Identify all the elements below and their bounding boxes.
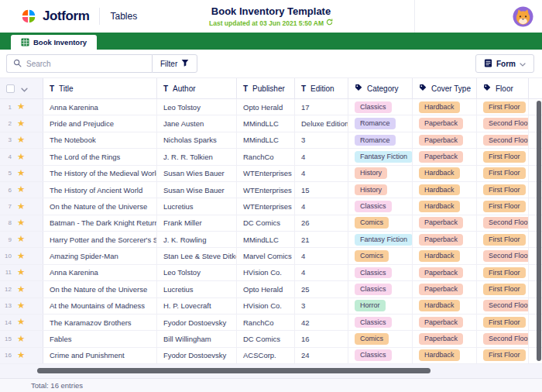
cell-floor[interactable]: First Floor xyxy=(477,348,529,363)
cell-edition[interactable]: 4 xyxy=(295,198,348,214)
star-icon[interactable]: ★ xyxy=(17,335,25,344)
search-input[interactable] xyxy=(26,60,146,68)
cell-publisher[interactable]: Opto Herald xyxy=(237,281,295,297)
star-icon[interactable]: ★ xyxy=(17,202,25,211)
cell-floor[interactable]: Second Floor xyxy=(477,215,529,231)
cell-category[interactable]: Classics xyxy=(348,281,413,297)
cell-author[interactable]: Lucretius xyxy=(157,281,237,297)
cell-category[interactable]: Fantasy Fiction xyxy=(348,232,413,247)
cell-cover-type[interactable]: Hardback xyxy=(413,182,477,198)
cell-floor[interactable]: Second Floor xyxy=(477,115,529,131)
column-header-publisher[interactable]: TPublisher xyxy=(237,78,295,98)
jotform-logo-icon[interactable] xyxy=(20,8,37,25)
cell-title[interactable]: Harry Potter and the Sorcerer's Stone xyxy=(43,232,157,247)
cell-edition[interactable]: 4 xyxy=(295,166,348,181)
cell-title[interactable]: The Karamazov Brothers xyxy=(43,315,157,330)
refresh-icon[interactable] xyxy=(326,19,333,27)
column-header-category[interactable]: Category xyxy=(348,78,413,98)
cell-cover-type[interactable]: Paperback xyxy=(413,115,477,131)
cell-edition[interactable]: 24 xyxy=(295,348,348,363)
cell-cover-type[interactable]: Hardback xyxy=(413,348,477,363)
star-icon[interactable]: ★ xyxy=(17,351,25,360)
cell-floor[interactable]: First Floor xyxy=(477,265,529,280)
vertical-scrollbar[interactable] xyxy=(537,101,541,361)
cell-cover-type[interactable]: Hardback xyxy=(413,248,477,263)
star-icon[interactable]: ★ xyxy=(17,136,25,145)
cell-title[interactable]: Anna Karenina xyxy=(43,265,157,280)
cell-author[interactable]: Susan Wies Bauer xyxy=(157,166,237,181)
cell-floor[interactable]: First Floor xyxy=(477,232,529,247)
cell-author[interactable]: Leo Tolstoy xyxy=(157,99,237,115)
star-icon[interactable]: ★ xyxy=(17,218,25,228)
cell-publisher[interactable]: WTEnterprises xyxy=(237,198,295,214)
tab-book-inventory[interactable]: Book Inventory xyxy=(11,35,97,50)
star-icon[interactable]: ★ xyxy=(17,235,25,244)
cell-floor[interactable]: First Floor xyxy=(477,99,529,115)
cell-edition[interactable]: 26 xyxy=(295,215,348,231)
cell-category[interactable]: Classics xyxy=(348,348,413,363)
filter-button[interactable]: Filter xyxy=(152,54,197,73)
cell-edition[interactable]: Deluxe Edition xyxy=(295,115,348,131)
cell-title[interactable]: On the Nature of the Universe xyxy=(43,198,157,214)
star-icon[interactable]: ★ xyxy=(17,318,25,327)
cell-category[interactable]: History xyxy=(348,166,413,181)
star-icon[interactable]: ★ xyxy=(17,285,25,294)
cell-author[interactable]: Nicholas Sparks xyxy=(157,132,237,148)
cell-category[interactable]: Comics xyxy=(348,248,413,263)
cell-edition[interactable]: 25 xyxy=(295,281,348,297)
cell-title[interactable]: The Lord of the Rings xyxy=(43,149,157,164)
star-icon[interactable]: ★ xyxy=(17,102,25,112)
cell-edition[interactable]: 16 xyxy=(295,331,348,346)
form-button[interactable]: Form xyxy=(475,54,534,73)
cell-author[interactable]: Jane Austen xyxy=(157,115,237,131)
column-header-title[interactable]: TTitle xyxy=(43,78,157,98)
cell-floor[interactable]: First Floor xyxy=(477,315,529,330)
cell-category[interactable]: Classics xyxy=(348,265,413,280)
cell-title[interactable]: Batman - The Dark Knight Returns xyxy=(43,215,157,231)
cell-edition[interactable]: 3 xyxy=(295,132,348,148)
chevron-down-icon[interactable] xyxy=(21,81,28,95)
column-header-cover-type[interactable]: Cover Type xyxy=(413,78,477,98)
cell-floor[interactable]: Second Floor xyxy=(477,331,529,346)
select-all-checkbox[interactable] xyxy=(6,84,15,93)
brand-wordmark[interactable]: Jotform xyxy=(43,9,89,24)
cell-author[interactable]: H. P. Lovecraft xyxy=(157,298,237,314)
cell-title[interactable]: The History of Ancient World xyxy=(43,182,157,198)
cell-publisher[interactable]: HVision Co. xyxy=(237,298,295,314)
cell-category[interactable]: Fantasy Fiction xyxy=(348,149,413,164)
cell-category[interactable]: Classics xyxy=(348,99,413,115)
cell-edition[interactable]: 17 xyxy=(295,99,348,115)
cell-edition[interactable]: 4 xyxy=(295,248,348,263)
cell-floor[interactable]: Second Floor xyxy=(477,298,529,314)
cell-publisher[interactable]: RanchCo xyxy=(237,315,295,330)
cell-author[interactable]: J. R. R. Tolkien xyxy=(157,149,237,164)
cell-publisher[interactable]: Marvel Comics xyxy=(237,248,295,263)
cell-title[interactable]: Anna Karenina xyxy=(43,99,157,115)
cell-publisher[interactable]: DC Comics xyxy=(237,215,295,231)
cell-cover-type[interactable]: Hardback xyxy=(413,99,477,115)
cell-cover-type[interactable]: Hardback xyxy=(413,198,477,214)
cell-author[interactable]: Fyodor Dostoevsky xyxy=(157,348,237,363)
cell-title[interactable]: The History of the Medieval World xyxy=(43,166,157,181)
cell-floor[interactable]: First Floor xyxy=(477,281,529,297)
cell-edition[interactable]: 42 xyxy=(295,315,348,330)
cell-author[interactable]: J. K. Rowling xyxy=(157,232,237,247)
cell-author[interactable]: Leo Tolstoy xyxy=(157,265,237,280)
cell-publisher[interactable]: RanchCo xyxy=(237,149,295,164)
cell-cover-type[interactable]: Hardback xyxy=(413,298,477,314)
cell-category[interactable]: Romance xyxy=(348,115,413,131)
cell-cover-type[interactable]: Paperback xyxy=(413,215,477,231)
nav-tables-label[interactable]: Tables xyxy=(110,11,137,22)
star-icon[interactable]: ★ xyxy=(17,185,25,194)
cell-category[interactable]: Horror xyxy=(348,298,413,314)
cell-publisher[interactable]: Opto Herald xyxy=(237,99,295,115)
cell-floor[interactable]: First Floor xyxy=(477,182,529,198)
cell-title[interactable]: Fables xyxy=(43,331,157,346)
cell-publisher[interactable]: MMindLLC xyxy=(237,132,295,148)
cell-category[interactable]: Comics xyxy=(348,215,413,231)
cell-cover-type[interactable]: Paperback xyxy=(413,315,477,330)
cell-cover-type[interactable]: Paperback xyxy=(413,149,477,164)
cell-floor[interactable]: Second Floor xyxy=(477,132,529,148)
cell-title[interactable]: Pride and Prejudice xyxy=(43,115,157,131)
star-icon[interactable]: ★ xyxy=(17,252,25,261)
